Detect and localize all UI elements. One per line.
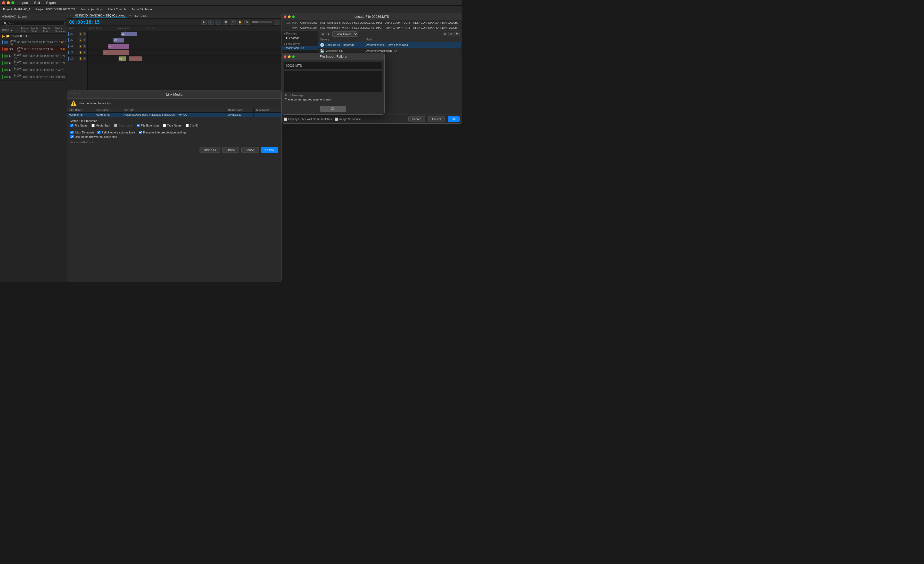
th-file-path: File Path <box>122 108 226 112</box>
playhead[interactable] <box>125 31 125 90</box>
image-seq-input[interactable] <box>335 118 338 121</box>
relink-auto-input[interactable] <box>97 131 100 134</box>
list-item[interactable]: DJI_0109.mov 29.97 fps 00:01:23:29 00:01… <box>0 46 67 53</box>
table-row[interactable]: 00036.MTS 00036.MTS /Volumes/Docu Tierra… <box>67 112 281 117</box>
hamburger-icon[interactable]: ≡ <box>129 14 131 17</box>
track-clip[interactable]: V6 <box>121 32 136 36</box>
sidebar-item-footage[interactable]: ▶ Footage <box>282 36 318 40</box>
checkbox-tapename[interactable]: Tape Name <box>163 124 182 127</box>
sidebar-item-macintosh[interactable]: Macintosh HD <box>282 46 318 50</box>
locate-cancel-button[interactable]: Cancel <box>428 116 445 122</box>
menu-export[interactable]: Export <box>45 0 57 5</box>
track-lock[interactable]: 🔒 <box>79 45 82 48</box>
minimize-button[interactable] <box>7 1 10 4</box>
refresh-icon[interactable]: ↺ <box>448 32 453 36</box>
offline-button[interactable]: Offline <box>222 147 239 153</box>
checkbox-clipid[interactable]: Clip ID <box>186 124 198 127</box>
dialog-min[interactable] <box>74 92 76 94</box>
tool-hand[interactable]: ✋ <box>237 19 243 25</box>
tool-slip[interactable]: ⇄ <box>223 19 228 25</box>
zoom-slider[interactable] <box>252 21 272 23</box>
track-clip[interactable]: V5 <box>113 38 124 42</box>
sidebar-group-favorites[interactable]: ▾ Favorites <box>282 32 318 36</box>
track-lock[interactable]: 🔒 <box>79 32 82 36</box>
checkbox-filename-input[interactable] <box>70 124 74 127</box>
checkbox-filename[interactable]: File Name <box>70 124 87 127</box>
align-timecode[interactable]: Align Timecode <box>70 131 94 134</box>
tab-sequence[interactable]: 01 INICIO *GANCHO + SEQ 001 bckup <box>73 13 128 18</box>
list-item[interactable]: Audio 1_2.wav 44100 Hz 00:00:00:00 00:01… <box>0 67 67 74</box>
offline-all-button[interactable]: Offline All <box>200 147 220 153</box>
tool-pen[interactable]: ✏ <box>230 19 236 25</box>
locate-ok-button[interactable]: OK <box>448 116 460 122</box>
import-min[interactable] <box>288 55 291 58</box>
hamburger-menu[interactable]: ≡ <box>274 19 279 25</box>
align-timecode-input[interactable] <box>70 131 74 134</box>
forward-button[interactable]: ▶ <box>326 32 331 36</box>
track-eye[interactable]: 👁 <box>83 45 86 48</box>
tool-razor[interactable]: ✂ <box>208 19 214 25</box>
close-button[interactable] <box>2 1 5 4</box>
back-button[interactable]: ◀ <box>320 32 325 36</box>
maximize-button[interactable] <box>11 1 14 4</box>
preserve-footage-input[interactable] <box>139 131 142 134</box>
import-ok-button[interactable]: OK <box>320 106 346 112</box>
import-close[interactable] <box>284 55 286 58</box>
cancel-button[interactable]: Cancel <box>242 147 259 153</box>
search-button[interactable]: Search <box>408 116 425 122</box>
checkbox-mediastart[interactable]: Media Start <box>92 124 110 127</box>
search-icon[interactable]: 🔍 <box>454 32 460 36</box>
locate-button[interactable]: Locate <box>261 147 278 153</box>
checkbox-fileext-input[interactable] <box>136 124 140 127</box>
track-lock[interactable]: 🔒 <box>79 51 82 54</box>
locate-max[interactable] <box>292 15 295 18</box>
track-clip[interactable]: V4 <box>108 44 129 49</box>
tab-clip[interactable]: DJI_0109 <box>133 13 149 18</box>
track-eye[interactable]: 👁 <box>83 57 86 61</box>
checkbox-clipid-input[interactable] <box>186 124 189 127</box>
list-item[interactable]: ▶ 📁 export AGUA <box>0 33 67 39</box>
locate-close[interactable] <box>284 15 286 18</box>
track-eye[interactable]: 👁 <box>83 51 86 54</box>
file-row[interactable]: 💿 Docu Tierra Fracturada /Volumes/Docu T… <box>318 42 462 48</box>
image-seq-checkbox[interactable]: Image Sequence <box>335 118 361 121</box>
track-lock[interactable]: 🔒 <box>79 57 82 61</box>
track-lock[interactable]: 🔒 <box>79 38 82 42</box>
track-clip[interactable] <box>129 57 142 61</box>
tool-ripple[interactable]: ←→ <box>216 19 221 25</box>
dialog-close[interactable] <box>70 92 72 94</box>
list-item[interactable]: Audio 1.wav 44100 Hz 00:00:00:00 00:00:1… <box>0 53 67 60</box>
menu-import[interactable]: Import <box>18 0 29 5</box>
import-max[interactable] <box>292 55 295 58</box>
relink-auto[interactable]: Relink others automatically <box>97 131 135 134</box>
list-item[interactable]: DJI_0109 29.97 fps 00:00:00:00 00:01:07:… <box>0 39 67 46</box>
checkbox-tapename-input[interactable] <box>163 124 166 127</box>
sidebar-group-local-drives[interactable]: ▾ Local Drives <box>282 42 318 46</box>
menu-edit[interactable]: Edit <box>33 0 41 5</box>
use-media-browser[interactable]: Use Media Browser to locate files <box>70 135 278 138</box>
checkbox-description[interactable]: Description <box>114 124 132 127</box>
locate-min[interactable] <box>288 15 291 18</box>
settings-icon[interactable]: ⚙ <box>244 19 250 25</box>
filter-icon[interactable]: ⧉ <box>442 32 447 36</box>
checkbox-fileext[interactable]: File Extension <box>136 124 159 127</box>
tool-select[interactable]: ▶ <box>201 19 207 25</box>
track-row-v6[interactable]: V6 <box>88 31 282 37</box>
checkbox-mediastart-input[interactable] <box>92 124 94 127</box>
browser-dropdown[interactable]: Local Drives <box>332 31 358 37</box>
dialog-max[interactable] <box>78 92 81 94</box>
track-eye[interactable]: 👁 <box>83 32 86 36</box>
checkbox-description-input[interactable] <box>114 124 117 127</box>
list-item[interactable]: Audio 1_3.wav 44100 Hz 00:00:00:00 00:02… <box>0 74 67 81</box>
track-row-v4[interactable]: V4 <box>88 43 282 49</box>
exact-match-input[interactable] <box>284 118 287 121</box>
track-row-v5[interactable]: V5 <box>88 37 282 43</box>
track-row-v3[interactable]: V3 <box>88 49 282 56</box>
search-input-box[interactable]: 🔍 Search <box>2 21 65 25</box>
use-media-browser-input[interactable] <box>70 135 74 138</box>
list-item[interactable]: Audio 1_1.wav 44100 Hz 00:00:00:00 00:00… <box>0 60 67 67</box>
preserve-footage[interactable]: Preserve interpret footage settings <box>139 131 186 134</box>
track-row-v2[interactable]: V2 <box>88 56 282 62</box>
exact-match-checkbox[interactable]: Display Only Exact Name Matches <box>284 118 332 121</box>
track-eye[interactable]: 👁 <box>83 38 86 42</box>
